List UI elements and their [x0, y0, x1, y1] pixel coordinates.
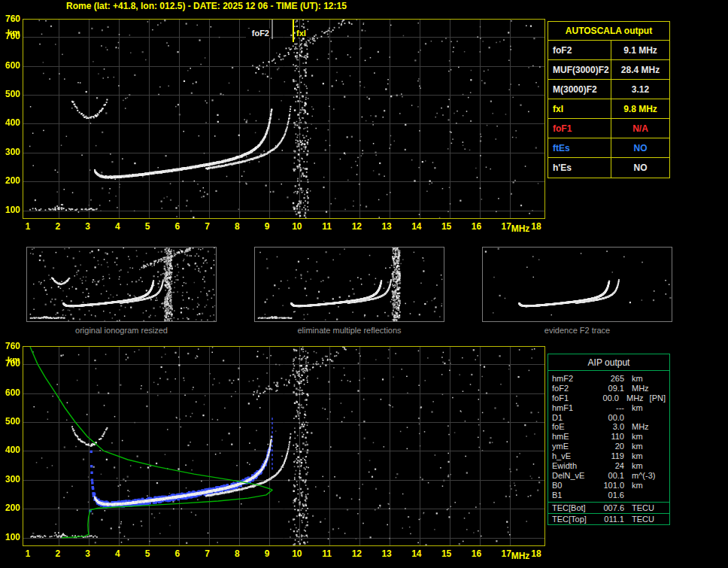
aip-label: B0 — [552, 481, 597, 491]
x-tick-label: 14 — [408, 221, 426, 232]
autoscala-row: ftEsNO — [548, 138, 669, 158]
x-tick-label: 12 — [347, 221, 366, 232]
x-tick-label: 5 — [138, 548, 156, 559]
autoscala-table-body: foF29.1 MHzMUF(3000)F228.4 MHzM(3000)F23… — [548, 41, 669, 178]
station-header: Rome (lat: +41.8, lon: 012.5) - DATE: 20… — [66, 1, 347, 11]
aip-value: 007.6 — [597, 503, 624, 513]
param-value: NO — [611, 138, 669, 157]
top-ionogram-panel — [23, 19, 545, 219]
x-tick-label: 13 — [378, 548, 396, 559]
y-axis-unit: km — [1, 28, 20, 38]
x-tick-label: 8 — [228, 548, 246, 559]
y-tick-label: 400 — [1, 445, 20, 455]
x-tick-label: 6 — [168, 548, 187, 559]
x-tick-label: 4 — [108, 221, 126, 232]
x-tick-label: 7 — [199, 548, 217, 559]
param-value: 3.12 — [611, 80, 669, 99]
aip-unit: TECU — [632, 514, 654, 524]
aip-value: 00.1 — [597, 471, 624, 481]
aip-value: 24 — [597, 461, 624, 471]
autoscala-output-table: AUTOSCALA output foF29.1 MHzMUF(3000)F22… — [548, 21, 670, 178]
aip-row: Ewidth24km — [548, 461, 669, 471]
y-tick-label: 200 — [1, 503, 20, 513]
y-tick-label: 200 — [1, 175, 20, 186]
aip-unit: km — [632, 374, 643, 384]
aip-row: h_vE119km — [548, 451, 669, 461]
aip-unit: km — [632, 451, 643, 461]
aip-row: D100.0 — [548, 413, 669, 423]
thumbnail-caption: evidence F2 trace — [482, 326, 672, 335]
autoscala-row: MUF(3000)F228.4 MHz — [548, 60, 669, 80]
aip-value: 00.0 — [594, 393, 619, 403]
autoscala-table-title: AUTOSCALA output — [548, 22, 669, 41]
y-tick-label: 600 — [1, 387, 20, 398]
aip-row: foE3.0MHz — [548, 422, 669, 432]
aip-label: hmE — [552, 432, 597, 442]
aip-label: h_vE — [552, 451, 597, 461]
thumbnail-original-ionogram-canvas — [27, 248, 216, 321]
autoscala-row: foF1N/A — [548, 119, 669, 138]
x-tick-label: 3 — [79, 548, 97, 559]
x-tick-label: 11 — [318, 548, 336, 559]
aip-value: 00.0 — [597, 413, 624, 423]
x-axis-unit: MHz — [510, 223, 531, 234]
param-value: 9.8 MHz — [611, 99, 669, 118]
y-tick-label: 300 — [1, 147, 20, 157]
y-tick-label: 300 — [1, 474, 20, 484]
aip-value: 20 — [597, 442, 624, 451]
aip-value: 119 — [597, 451, 624, 461]
aip-value: 09.1 — [597, 384, 624, 393]
aip-unit: MHz — [632, 384, 649, 393]
param-label: fxI — [548, 99, 611, 118]
aip-label: ymE — [552, 442, 597, 451]
x-tick-label: 9 — [258, 548, 276, 559]
y-tick-label: 500 — [1, 89, 20, 99]
y-tick-label: 100 — [1, 532, 20, 542]
top-ionogram-canvas — [23, 20, 544, 218]
aip-value: 011.1 — [597, 514, 624, 524]
x-tick-label: 16 — [467, 548, 485, 559]
aip-label: hmF1 — [552, 403, 597, 413]
x-tick-label: 10 — [288, 221, 306, 232]
autoscala-row: fxI9.8 MHz — [548, 99, 669, 119]
aip-row: foF100.0MHz[PN] — [548, 393, 669, 403]
aip-row: B101.6 — [548, 491, 669, 500]
x-tick-label: 2 — [49, 548, 67, 559]
aip-row: TEC[Top]011.1TECU — [548, 514, 669, 524]
aip-table-title: AIP output — [548, 354, 669, 371]
autoscala-window: Rome (lat: +41.8, lon: 012.5) - DATE: 20… — [0, 0, 728, 568]
x-tick-label: 3 — [79, 221, 97, 232]
thumbnail-eliminate-multiples-canvas — [255, 248, 444, 321]
y-tick-label: 400 — [1, 117, 20, 128]
aip-label: Ewidth — [552, 461, 597, 471]
param-label: foF2 — [548, 41, 611, 59]
aip-value: 110 — [597, 432, 624, 442]
aip-label: foE — [552, 422, 597, 432]
aip-unit: m^(-3) — [632, 471, 655, 481]
aip-unit: km — [632, 442, 643, 451]
thumbnail-original-ionogram — [26, 247, 217, 322]
param-value: NO — [611, 158, 669, 178]
aip-label: hmF2 — [552, 374, 597, 384]
y-tick-label: 100 — [1, 205, 20, 215]
foF2-marker-label: foF2 — [246, 29, 270, 38]
param-value: 28.4 MHz — [611, 60, 669, 79]
aip-row: hmF1---km — [548, 403, 669, 413]
y-tick-label: 760 — [1, 14, 20, 24]
aip-label: foF1 — [552, 393, 594, 403]
aip-extra: [PN] — [650, 393, 666, 403]
param-label: MUF(3000)F2 — [548, 60, 611, 79]
thumbnail-caption: eliminate multiple reflections — [254, 326, 444, 335]
aip-row: ymE20km — [548, 442, 669, 451]
aip-row: B0101.0km — [548, 481, 669, 491]
aip-value: 3.0 — [597, 422, 624, 432]
aip-unit: MHz — [626, 393, 644, 403]
x-tick-label: 6 — [168, 221, 187, 232]
aip-output-table: AIP output hmF2265kmfoF209.1MHzfoF100.0M… — [548, 354, 670, 525]
x-tick-label: 5 — [138, 221, 156, 232]
param-label: M(3000)F2 — [548, 80, 611, 99]
x-tick-label: 13 — [378, 221, 396, 232]
aip-unit: MHz — [632, 422, 649, 432]
param-value: N/A — [611, 119, 669, 138]
param-label: foF1 — [548, 119, 611, 138]
